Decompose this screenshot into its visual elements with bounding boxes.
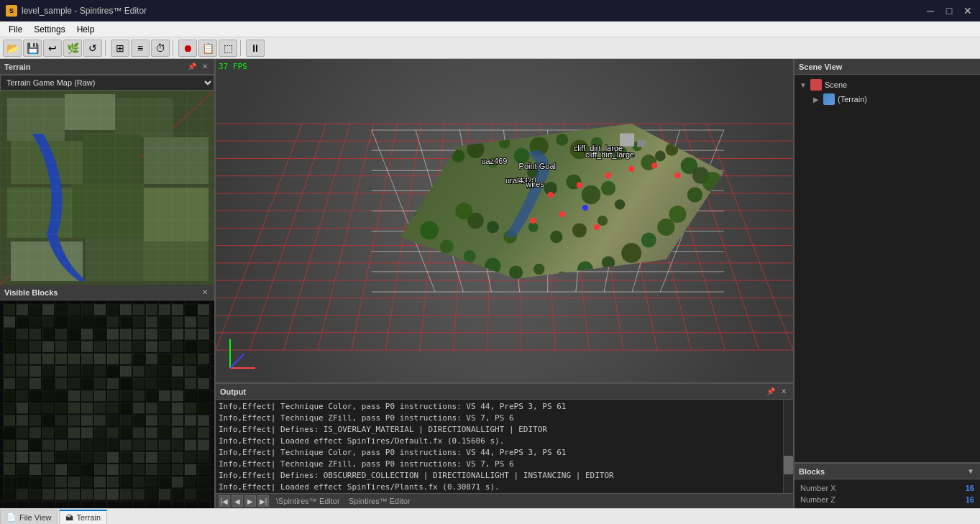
output-pin-button[interactable]: 📌 <box>766 387 776 397</box>
toolbar-list-button[interactable]: ≡ <box>131 40 150 57</box>
menu-bar: File Settings Help <box>0 22 980 37</box>
terrain-panel-header: Terrain 📌 ✕ <box>0 59 214 75</box>
toolbar-grid-button[interactable]: ⊞ <box>111 40 129 57</box>
nav-first-button[interactable]: |◀ <box>219 495 230 507</box>
3d-viewport[interactable]: 37 FPS <box>216 59 793 382</box>
file-view-tab-label: File View <box>19 513 51 522</box>
toolbar-refresh-button[interactable]: ↺ <box>83 40 102 57</box>
output-line: Info,Effect| Defines: IS_OVERLAY_MATERIA… <box>219 424 780 436</box>
toolbar-separator-2 <box>173 40 175 56</box>
output-line: Info,Effect| Technique Color, pass P0 in… <box>219 401 780 413</box>
scene-view-section: Scene View ▼ Scene ▶ (Terrain) <box>794 59 980 462</box>
visible-blocks-close-button[interactable]: ✕ <box>200 288 210 298</box>
terrain-label: (Terrain) <box>838 95 867 104</box>
terrain-map-dropdown[interactable]: Terrain Game Map (Raw) <box>0 75 214 91</box>
tree-expand-scene[interactable]: ▼ <box>799 81 807 89</box>
toolbar-save-button[interactable]: 💾 <box>23 40 42 57</box>
blocks-content: Number X 16 Number Z 16 <box>794 479 980 508</box>
blocks-section: Blocks ▼ Number X 16 Number Z 16 <box>794 462 980 508</box>
terrain-section: Terrain 📌 ✕ Terrain Game Map (Raw) <box>0 59 214 285</box>
property-value-numberx: 16 <box>966 484 974 492</box>
nav-next-button[interactable]: ▶ <box>244 495 256 507</box>
tree-item-scene[interactable]: ▼ Scene <box>797 78 977 92</box>
property-value-numberz: 16 <box>966 495 974 504</box>
title-bar: S level_sample - Spintires™ Editor ─ □ ✕ <box>0 0 980 22</box>
output-line: Info,Effect| Technique ZFill, pass P0 in… <box>219 459 780 470</box>
main-layout: Terrain 📌 ✕ Terrain Game Map (Raw) Visib… <box>0 59 980 508</box>
terrain-icon <box>823 93 835 105</box>
output-line: Info,Effect| Technique ZFill, pass P0 in… <box>219 413 780 424</box>
scene-label: Scene <box>825 81 847 89</box>
output-panel-title: Output <box>220 387 246 396</box>
center-panel: 37 FPS Output 📌 ✕ Info,Effect| Technique… <box>216 59 793 508</box>
terrain-map-container <box>0 91 214 285</box>
output-scrollbar[interactable] <box>783 400 793 493</box>
nav-last-button[interactable]: ▶| <box>257 495 269 507</box>
toolbar-record-button[interactable]: ⏺ <box>178 40 197 57</box>
toolbar: 📂 💾 ↩ 🌿 ↺ ⊞ ≡ ⏱ ⏺ 📋 ⬚ ⏸ <box>0 37 980 59</box>
visible-blocks-panel-title: Visible Blocks <box>4 288 58 297</box>
blocks-panel-header: Blocks ▼ <box>794 464 980 479</box>
menu-file[interactable]: File <box>3 23 28 36</box>
toolbar-clipboard-button[interactable]: 📋 <box>198 40 217 57</box>
tab-file-view[interactable]: 📄 File View <box>0 510 58 524</box>
blocks-expand-button[interactable]: ▼ <box>966 466 976 477</box>
toolbar-terrain-button[interactable]: 🌿 <box>63 40 82 57</box>
tab-terrain[interactable]: 🏔 Terrain <box>59 510 107 524</box>
scene-view-panel-title: Scene View <box>799 63 842 71</box>
toolbar-pause-button[interactable]: ⏸ <box>246 40 265 57</box>
menu-help[interactable]: Help <box>71 23 101 36</box>
terrain-map-canvas <box>0 91 214 285</box>
visible-blocks-container <box>0 300 214 508</box>
right-panel: Scene View ▼ Scene ▶ (Terrain) Blocks <box>793 59 980 508</box>
terrain-tab-label: Terrain <box>76 513 101 522</box>
tab-bar: 📄 File View 🏔 Terrain <box>0 508 980 524</box>
tree-expand-terrain[interactable]: ▶ <box>812 95 820 104</box>
blocks-panel-controls: ▼ <box>966 466 976 477</box>
output-line: Info,Effect| Loaded effect SpinTires/Def… <box>219 436 780 447</box>
output-line: Info,Effect| Loaded effect SpinTires/Pla… <box>219 482 780 493</box>
toolbar-select-button[interactable]: ⬚ <box>219 40 237 57</box>
property-label-numberz: Number Z <box>800 495 835 504</box>
visible-blocks-panel-controls: ✕ <box>200 288 210 298</box>
toolbar-separator-1 <box>105 40 108 56</box>
left-panel: Terrain 📌 ✕ Terrain Game Map (Raw) Visib… <box>0 59 216 508</box>
output-panel-header: Output 📌 ✕ <box>216 384 793 400</box>
scene-view-panel-header: Scene View <box>794 59 980 75</box>
output-content[interactable]: Info,Effect| Technique Color, pass P0 in… <box>216 400 783 493</box>
terrain-close-button[interactable]: ✕ <box>200 62 210 72</box>
toolbar-undo-button[interactable]: ↩ <box>43 40 62 57</box>
output-panel: Output 📌 ✕ Info,Effect| Technique Color,… <box>216 382 793 508</box>
editor-tab-label: Spintires™ Editor <box>349 497 411 505</box>
visible-blocks-canvas <box>0 300 214 508</box>
file-view-tab-icon: 📄 <box>6 512 17 522</box>
property-label-numberx: Number X <box>800 484 836 492</box>
app-icon: S <box>6 5 17 17</box>
minimize-button[interactable]: ─ <box>924 4 937 17</box>
visible-blocks-panel-header: Visible Blocks ✕ <box>0 285 214 300</box>
close-button[interactable]: ✕ <box>961 4 974 17</box>
menu-settings[interactable]: Settings <box>28 23 70 36</box>
tree-item-terrain[interactable]: ▶ (Terrain) <box>797 92 977 106</box>
maximize-button[interactable]: □ <box>943 4 956 17</box>
output-panel-controls: 📌 ✕ <box>766 387 789 397</box>
fps-counter: 37 FPS <box>219 62 247 71</box>
scene-icon <box>810 79 822 91</box>
terrain-pin-button[interactable]: 📌 <box>187 62 197 72</box>
toolbar-open-button[interactable]: 📂 <box>3 40 22 57</box>
toolbar-timer-button[interactable]: ⏱ <box>151 40 170 57</box>
output-close-button[interactable]: ✕ <box>779 387 789 397</box>
property-row-numberx: Number X 16 <box>797 482 977 494</box>
blocks-panel-title: Blocks <box>799 467 825 476</box>
property-row-numberz: Number Z 16 <box>797 494 977 505</box>
toolbar-separator-3 <box>240 40 243 56</box>
nav-prev-button[interactable]: ◀ <box>232 495 243 507</box>
output-nav-area: |◀ ◀ ▶ ▶| \Spintires™ Editor Spintires™ … <box>216 493 793 508</box>
terrain-panel-controls: 📌 ✕ <box>187 62 210 72</box>
output-line: Info,Effect| Technique Color, pass P0 in… <box>219 447 780 459</box>
window-title: level_sample - Spintires™ Editor <box>22 6 147 16</box>
terrain-panel-title: Terrain <box>4 63 30 71</box>
output-line: Info,Effect| Defines: OBSCURRED_COLLECTI… <box>219 470 780 482</box>
scene-canvas <box>216 59 793 382</box>
nav-path: \Spintires™ Editor Spintires™ Editor <box>276 497 410 505</box>
